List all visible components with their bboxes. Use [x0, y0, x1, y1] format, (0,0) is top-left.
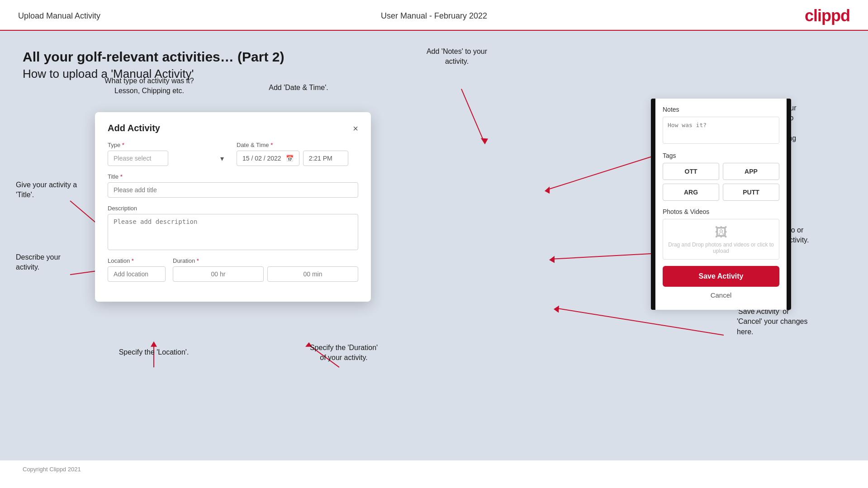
annotation-describe: Describe youractivity. [16, 252, 88, 273]
cancel-button[interactable]: Cancel [663, 291, 779, 303]
top-bar: Upload Manual Activity User Manual - Feb… [0, 0, 868, 31]
upload-icon: 🖼 [715, 225, 727, 240]
svg-line-9 [556, 308, 724, 335]
tags-grid: OTT APP ARG PUTT [663, 163, 779, 201]
tag-putt[interactable]: PUTT [723, 184, 779, 201]
type-label: Type * [108, 142, 229, 148]
form-group-location: Location * [108, 257, 166, 282]
description-textarea[interactable] [108, 214, 358, 250]
photos-upload-area[interactable]: 🖼 Drag and Drop photos and videos or cli… [663, 219, 779, 260]
form-row-type-date: Type * Please select Date & Time * 15 / … [108, 142, 358, 166]
duration-inputs [173, 266, 358, 282]
phone-panel: Notes Tags OTT APP ARG PUTT Photos & Vid… [651, 99, 791, 310]
page-title: Upload Manual Activity [18, 11, 100, 21]
annotation-duration: Specify the 'Duration'of your activity. [294, 343, 394, 363]
tag-ott[interactable]: OTT [663, 163, 719, 180]
copyright: Copyright Clippd 2021 [23, 466, 81, 473]
form-group-description: Description [108, 205, 358, 250]
date-input[interactable]: 15 / 02 / 2022 📅 [237, 151, 299, 166]
save-activity-button[interactable]: Save Activity [663, 266, 779, 287]
phone-content: Notes Tags OTT APP ARG PUTT Photos & Vid… [655, 99, 787, 310]
add-activity-modal: Add Activity × Type * Please select Date… [95, 112, 371, 302]
time-input[interactable] [303, 151, 348, 166]
tags-section-label: Tags [663, 152, 779, 159]
form-group-type: Type * Please select [108, 142, 229, 166]
type-select[interactable]: Please select [108, 151, 168, 166]
form-group-title: Title * [108, 173, 358, 198]
description-label: Description [108, 205, 358, 212]
tag-arg[interactable]: ARG [663, 184, 719, 201]
annotation-save-cancel: 'Save Activity' or'Cancel' your changesh… [737, 307, 845, 337]
modal-close-button[interactable]: × [353, 124, 358, 133]
logo: clippd [805, 6, 850, 25]
manual-title: User Manual - February 2022 [381, 11, 487, 21]
notes-textarea[interactable] [663, 117, 779, 144]
tag-app[interactable]: APP [723, 163, 779, 180]
photos-drag-text: Drag and Drop photos and videos or click… [663, 242, 779, 254]
annotation-date-time: Add 'Date & Time'. [258, 83, 339, 93]
main-content: All your golf-relevant activities… (Part… [0, 31, 868, 460]
modal-header: Add Activity × [108, 123, 358, 133]
location-input[interactable] [108, 266, 166, 282]
form-group-duration: Duration * [173, 257, 358, 282]
annotation-notes: Add 'Notes' to youractivity. [405, 47, 509, 67]
title-input[interactable] [108, 182, 358, 198]
annotation-what-type: What type of activity was it?Lesson, Chi… [104, 76, 194, 96]
annotation-title: Give your activity a'Title'. [16, 180, 88, 200]
date-value: 15 / 02 / 2022 [242, 155, 281, 162]
form-row-location-duration: Location * Duration * [108, 257, 358, 282]
photos-label: Photos & Videos [663, 208, 779, 215]
location-label: Location * [108, 257, 166, 264]
datetime-label: Date & Time * [237, 142, 358, 148]
title-field-label: Title * [108, 173, 358, 180]
modal-title: Add Activity [108, 123, 160, 133]
annotation-location: Specify the 'Location'. [109, 347, 199, 357]
type-select-wrapper: Please select [108, 151, 229, 166]
duration-min-input[interactable] [267, 266, 358, 282]
duration-label: Duration * [173, 257, 358, 264]
form-group-datetime: Date & Time * 15 / 02 / 2022 📅 [237, 142, 358, 166]
duration-hr-input[interactable] [173, 266, 264, 282]
svg-line-6 [461, 89, 484, 142]
footer: Copyright Clippd 2021 [0, 460, 868, 478]
notes-section-label: Notes [663, 106, 779, 113]
